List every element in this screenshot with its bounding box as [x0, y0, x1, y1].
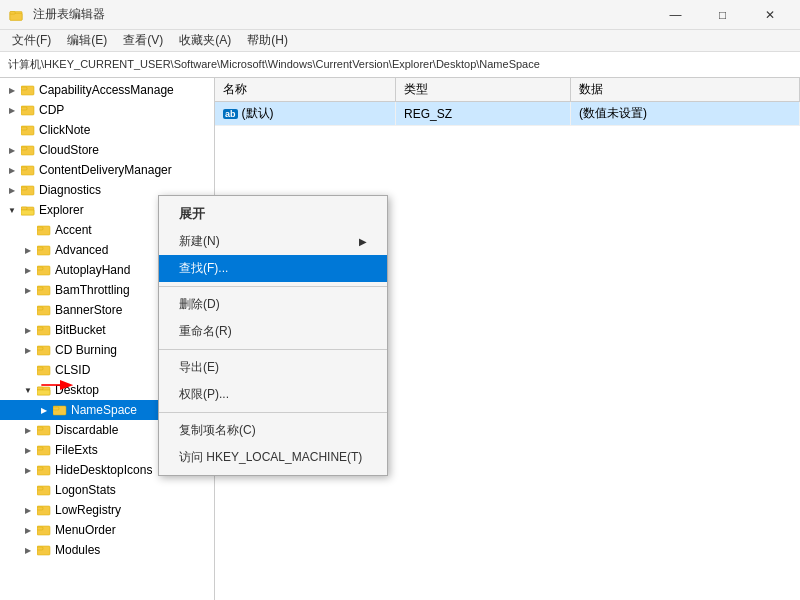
tree-arrow: ▶ [20, 542, 36, 558]
context-menu-header: 展开 [159, 200, 387, 228]
tree-arrow: ▶ [4, 82, 20, 98]
context-menu-find[interactable]: 查找(F)... [159, 255, 387, 282]
context-menu-rename[interactable]: 重命名(R) [159, 318, 387, 345]
tree-label: CloudStore [39, 143, 99, 157]
registry-data: (数值未设置) [571, 102, 800, 126]
window-controls: — □ ✕ [653, 0, 792, 30]
svg-rect-12 [21, 167, 27, 170]
tree-label: CD Burning [55, 343, 117, 357]
folder-icon-selected [52, 402, 68, 418]
folder-icon [20, 142, 36, 158]
minimize-button[interactable]: — [653, 0, 698, 30]
tree-arrow: ▶ [20, 242, 36, 258]
context-menu-visitlocal[interactable]: 访问 HKEY_LOCAL_MACHINE(T) [159, 444, 387, 471]
folder-icon [36, 262, 52, 278]
tree-arrow-expanded: ▼ [20, 382, 36, 398]
tree-item-lowregistry[interactable]: ▶ LowRegistry [0, 500, 214, 520]
context-menu-copyname[interactable]: 复制项名称(C) [159, 417, 387, 444]
svg-rect-8 [21, 127, 27, 130]
svg-rect-52 [37, 547, 43, 550]
tree-arrow: ▶ [20, 422, 36, 438]
svg-rect-23 [37, 267, 43, 270]
tree-label: ClickNote [39, 123, 90, 137]
tree-arrow: ▶ [4, 102, 20, 118]
folder-icon [20, 102, 36, 118]
svg-rect-35 [37, 387, 43, 390]
column-header-name: 名称 [215, 78, 395, 102]
tree-item-capabilityaccessmanager[interactable]: ▶ CapabilityAccessManage [0, 80, 214, 100]
tree-arrow: ▶ [20, 462, 36, 478]
context-menu-permissions[interactable]: 权限(P)... [159, 381, 387, 408]
context-menu-find-label: 查找(F)... [179, 260, 228, 277]
address-bar: 计算机\HKEY_CURRENT_USER\Software\Microsoft… [0, 52, 800, 78]
column-header-type: 类型 [395, 78, 570, 102]
folder-icon [36, 302, 52, 318]
folder-icon [36, 442, 52, 458]
tree-item-clicknote[interactable]: ▶ ClickNote [0, 120, 214, 140]
context-menu-export[interactable]: 导出(E) [159, 354, 387, 381]
menu-file[interactable]: 文件(F) [4, 30, 59, 51]
folder-icon [20, 162, 36, 178]
tree-arrow: ▶ [20, 522, 36, 538]
svg-rect-36 [37, 390, 50, 395]
folder-icon [36, 342, 52, 358]
svg-rect-25 [37, 287, 43, 290]
folder-icon [36, 502, 52, 518]
tree-item-contentdeliverymanager[interactable]: ▶ ContentDeliveryManager [0, 160, 214, 180]
close-button[interactable]: ✕ [747, 0, 792, 30]
folder-icon [36, 422, 52, 438]
tree-label: LowRegistry [55, 503, 121, 517]
folder-icon [20, 122, 36, 138]
table-row[interactable]: ab(默认) REG_SZ (数值未设置) [215, 102, 800, 126]
address-path: 计算机\HKEY_CURRENT_USER\Software\Microsoft… [8, 57, 540, 72]
menu-bar: 文件(F) 编辑(E) 查看(V) 收藏夹(A) 帮助(H) [0, 30, 800, 52]
menu-help[interactable]: 帮助(H) [239, 30, 296, 51]
tree-item-cloudstore[interactable]: ▶ CloudStore [0, 140, 214, 160]
tree-item-logonstats[interactable]: ▶ LogonStats [0, 480, 214, 500]
tree-label: CDP [39, 103, 64, 117]
tree-arrow: ▶ [4, 182, 20, 198]
tree-label: Diagnostics [39, 183, 101, 197]
tree-item-menuorder[interactable]: ▶ MenuOrder [0, 520, 214, 540]
menu-edit[interactable]: 编辑(E) [59, 30, 115, 51]
maximize-button[interactable]: □ [700, 0, 745, 30]
registry-name: ab(默认) [215, 102, 395, 126]
tree-arrow: ▶ [20, 282, 36, 298]
folder-icon [36, 462, 52, 478]
tree-label: MenuOrder [55, 523, 116, 537]
svg-rect-14 [21, 187, 27, 190]
folder-icon [36, 362, 52, 378]
ab-icon: ab [223, 109, 238, 119]
tree-label: Explorer [39, 203, 84, 217]
main-content: ▶ CapabilityAccessManage ▶ CDP ▶ ClickNo… [0, 78, 800, 600]
tree-arrow: ▶ [20, 442, 36, 458]
tree-label: FileExts [55, 443, 98, 457]
tree-label: ContentDeliveryManager [39, 163, 172, 177]
tree-label: NameSpace [71, 403, 137, 417]
menu-favorites[interactable]: 收藏夹(A) [171, 30, 239, 51]
submenu-arrow: ▶ [359, 236, 367, 247]
folder-icon [20, 182, 36, 198]
tree-label: AutoplayHand [55, 263, 130, 277]
svg-rect-33 [37, 367, 43, 370]
tree-item-modules[interactable]: ▶ Modules [0, 540, 214, 560]
folder-icon [36, 542, 52, 558]
menu-view[interactable]: 查看(V) [115, 30, 171, 51]
tree-label: Advanced [55, 243, 108, 257]
tree-arrow: ▶ [4, 162, 20, 178]
tree-item-cdp[interactable]: ▶ CDP [0, 100, 214, 120]
tree-arrow: ▶ [20, 342, 36, 358]
context-menu-new[interactable]: 新建(N) ▶ [159, 228, 387, 255]
context-menu-rename-label: 重命名(R) [179, 323, 232, 340]
folder-icon [36, 482, 52, 498]
tree-label: CLSID [55, 363, 90, 377]
tree-arrow: ▶ [4, 142, 20, 158]
folder-icon [36, 522, 52, 538]
folder-icon [20, 82, 36, 98]
context-menu: 展开 新建(N) ▶ 查找(F)... 删除(D) 重命名(R) 导出(E) 权… [158, 195, 388, 476]
context-menu-delete[interactable]: 删除(D) [159, 291, 387, 318]
svg-rect-16 [21, 207, 27, 210]
svg-rect-19 [37, 227, 43, 230]
tree-label: HideDesktopIcons [55, 463, 152, 477]
context-menu-permissions-label: 权限(P)... [179, 386, 229, 403]
